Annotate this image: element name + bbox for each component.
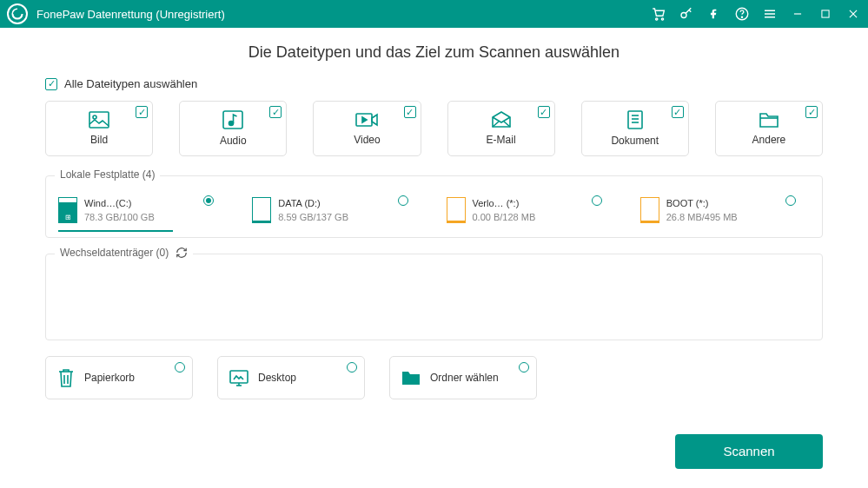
close-icon[interactable] (845, 8, 861, 20)
location-radio[interactable] (175, 362, 185, 373)
type-checkbox[interactable]: ✓ (538, 106, 550, 118)
type-label: Bild (90, 134, 108, 146)
drive-selected-underline (58, 230, 173, 232)
drive-info: DATA (D:)8.59 GB/137 GB (278, 197, 348, 225)
type-card-dokument[interactable]: ✓ Dokument (581, 101, 689, 156)
svg-rect-9 (822, 10, 829, 17)
drive-item[interactable]: Verlo… (*:)0.00 B/128 MB (447, 197, 616, 225)
type-checkbox[interactable]: ✓ (269, 106, 282, 118)
svg-point-13 (93, 115, 96, 119)
type-card-audio[interactable]: ✓ Audio (179, 101, 287, 156)
drive-info: Verlo… (*:)0.00 B/128 MB (473, 197, 536, 225)
select-all-checkbox[interactable]: ✓ (45, 78, 57, 90)
svg-point-4 (741, 16, 742, 17)
folder-icon (759, 111, 779, 129)
type-label: Video (354, 134, 380, 146)
svg-point-1 (661, 18, 663, 20)
type-card-email[interactable]: ✓ E-Mail (447, 101, 555, 156)
drive-size: 78.3 GB/100 GB (84, 211, 155, 225)
app-logo-icon (7, 3, 28, 24)
refresh-icon[interactable] (176, 247, 188, 259)
svg-rect-12 (89, 112, 109, 128)
facebook-icon[interactable] (706, 6, 722, 22)
help-icon[interactable] (734, 6, 750, 22)
drive-icon (640, 197, 659, 223)
cart-icon[interactable] (651, 6, 666, 22)
image-icon (89, 111, 109, 129)
drive-size: 26.8 MB/495 MB (666, 211, 738, 225)
type-label: E-Mail (487, 134, 516, 146)
drive-radio[interactable] (785, 195, 796, 206)
key-icon[interactable] (679, 6, 694, 22)
drive-name: Verlo… (*:) (473, 197, 536, 211)
filetype-grid: ✓ Bild ✓ Audio ✓ Video ✓ E-Mail ✓ Dokume… (45, 101, 823, 156)
location-recycle[interactable]: Papierkorb (45, 356, 193, 399)
location-label: Ordner wählen (430, 372, 499, 384)
drive-radio[interactable] (592, 195, 602, 206)
drive-info: Wind…(C:)78.3 GB/100 GB (84, 197, 155, 225)
drive-item[interactable]: DATA (D:)8.59 GB/137 GB (252, 197, 421, 225)
svg-point-2 (681, 13, 686, 18)
drive-icon (252, 197, 271, 223)
drive-item[interactable]: ⊞Wind…(C:)78.3 GB/100 GB (58, 197, 228, 225)
drive-size: 8.59 GB/137 GB (278, 211, 348, 225)
drive-name: Wind…(C:) (84, 197, 155, 211)
svg-rect-17 (628, 111, 642, 129)
document-icon (626, 110, 644, 129)
video-icon (355, 111, 378, 129)
removable-empty (58, 275, 810, 327)
removable-legend: Wechseldatenträger (0) (55, 247, 193, 259)
svg-rect-24 (230, 371, 248, 383)
type-checkbox[interactable]: ✓ (805, 106, 818, 118)
locations-row: Papierkorb Desktop Ordner wählen (45, 356, 823, 399)
drive-size: 0.00 B/128 MB (473, 211, 536, 225)
location-radio[interactable] (347, 362, 357, 373)
menu-icon[interactable] (762, 6, 778, 22)
drive-icon: ⊞ (58, 197, 77, 223)
location-label: Papierkorb (84, 372, 135, 384)
scan-button[interactable]: Scannen (675, 434, 823, 469)
type-checkbox[interactable]: ✓ (136, 106, 148, 118)
location-desktop[interactable]: Desktop (217, 356, 365, 399)
type-card-video[interactable]: ✓ Video (313, 101, 421, 156)
audio-icon (222, 110, 243, 129)
window-title: FonePaw Datenrettung (Unregistriert) (36, 8, 651, 21)
desktop-icon (229, 369, 249, 386)
type-checkbox[interactable]: ✓ (404, 106, 416, 118)
select-all-row[interactable]: ✓ Alle Dateitypen auswählen (45, 77, 823, 90)
drive-name: BOOT (*:) (666, 197, 738, 211)
drive-radio[interactable] (398, 195, 408, 206)
drive-item[interactable]: BOOT (*:)26.8 MB/495 MB (640, 197, 810, 225)
drive-info: BOOT (*:)26.8 MB/495 MB (666, 197, 738, 225)
main-content: Die Dateitypen und das Ziel zum Scannen … (0, 28, 868, 485)
drive-name: DATA (D:) (278, 197, 348, 211)
select-all-label: Alle Dateitypen auswählen (64, 77, 197, 90)
scan-row: Scannen (45, 434, 823, 469)
maximize-icon[interactable] (818, 8, 833, 20)
title-bar: FonePaw Datenrettung (Unregistriert) (0, 0, 868, 28)
folder-icon (401, 369, 421, 386)
location-radio[interactable] (519, 362, 529, 373)
type-card-bild[interactable]: ✓ Bild (45, 101, 153, 156)
drive-radio[interactable] (203, 195, 214, 206)
page-heading: Die Dateitypen und das Ziel zum Scannen … (45, 43, 823, 62)
location-folder[interactable]: Ordner wählen (389, 356, 537, 399)
location-label: Desktop (258, 372, 296, 384)
removable-disk-group: Wechseldatenträger (0) (45, 254, 823, 340)
type-label: Audio (220, 135, 247, 147)
type-label: Dokument (611, 135, 659, 147)
minimize-icon[interactable] (790, 8, 805, 20)
trash-icon (56, 367, 76, 388)
type-card-andere[interactable]: ✓ Andere (715, 101, 823, 156)
local-disk-legend: Lokale Festplatte (4) (55, 168, 160, 181)
drives-list: ⊞Wind…(C:)78.3 GB/100 GBDATA (D:)8.59 GB… (58, 197, 810, 225)
window-toolbar (651, 6, 861, 22)
email-icon (491, 111, 512, 129)
local-disk-group: Lokale Festplatte (4) ⊞Wind…(C:)78.3 GB/… (45, 175, 823, 238)
type-label: Andere (752, 134, 786, 146)
type-checkbox[interactable]: ✓ (672, 106, 684, 118)
drive-icon (447, 197, 466, 223)
svg-point-0 (656, 18, 658, 20)
